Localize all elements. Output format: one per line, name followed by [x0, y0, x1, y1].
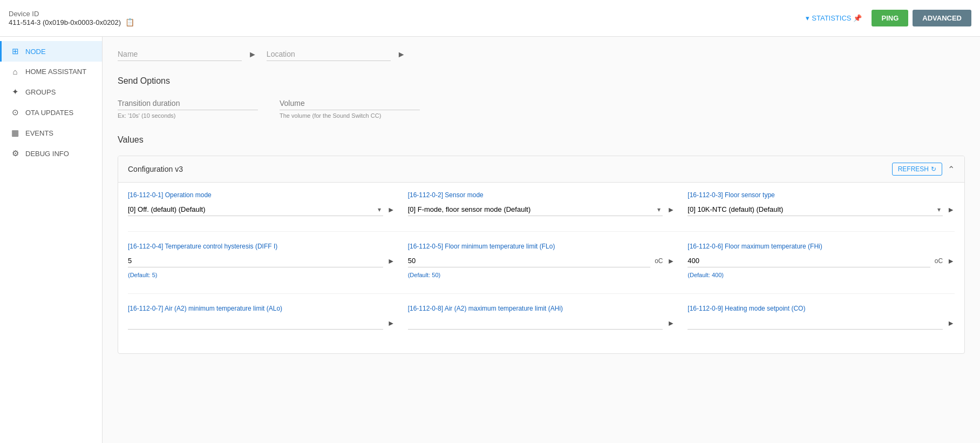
grid-icon: ⊞	[10, 46, 20, 56]
heating-setpoint-input[interactable]	[688, 317, 943, 330]
param-floor-sensor-type: [16-112-0-3] Floor sensor type [0] 10K-N…	[688, 191, 955, 216]
config-card-actions: REFRESH ↻ ⌃	[892, 163, 955, 176]
chevron-down-icon: ▾	[806, 14, 809, 22]
header: Device ID 411-514-3 (0x019b-0x0003-0x020…	[0, 0, 980, 37]
location-input[interactable]	[267, 48, 391, 61]
param-row-1: [16-112-0-1] Operation mode [0] Off. (de…	[128, 191, 955, 216]
param-label-temp-hysteresis: [16-112-0-4] Temperature control hystere…	[128, 243, 395, 250]
param-air-max-temp: [16-112-0-8] Air (A2) maximum temperatur…	[408, 305, 675, 330]
divider-2	[128, 293, 955, 294]
send-options-fields: Ex: '10s' (10 seconds) The volume (for t…	[118, 97, 965, 119]
location-send-button[interactable]: ►	[396, 49, 407, 61]
location-field-group: ►	[267, 48, 407, 61]
sidebar-item-label: OTA UPDATES	[25, 109, 73, 117]
floor-max-temp-send-button[interactable]: ►	[947, 257, 955, 265]
air-min-temp-send-button[interactable]: ►	[387, 319, 395, 327]
sensor-mode-send-button[interactable]: ►	[667, 205, 675, 214]
statistics-button[interactable]: ▾ STATISTICS 📌	[800, 11, 867, 25]
param-sensor-mode: [16-112-0-2] Sensor mode [0] F-mode, flo…	[408, 191, 675, 216]
param-row-3: [16-112-0-7] Air (A2) minimum temperatur…	[128, 305, 955, 330]
operation-mode-send-button[interactable]: ►	[387, 205, 395, 214]
name-send-button[interactable]: ►	[247, 49, 258, 61]
param-temp-hysteresis: [16-112-0-4] Temperature control hystere…	[128, 243, 395, 278]
ota-icon: ⊙	[10, 108, 20, 117]
groups-icon: ✦	[10, 87, 20, 97]
ping-button[interactable]: PING	[872, 10, 908, 26]
config-body: [16-112-0-1] Operation mode [0] Off. (de…	[118, 183, 964, 353]
transition-duration-field: Ex: '10s' (10 seconds)	[118, 97, 258, 119]
sidebar-item-label: EVENTS	[25, 129, 53, 137]
sidebar-item-debug-info[interactable]: ⚙ DEBUG INFO	[0, 143, 102, 164]
param-label-sensor-mode: [16-112-0-2] Sensor mode	[408, 191, 675, 199]
air-max-temp-send-button[interactable]: ►	[667, 319, 675, 327]
header-right: ▾ STATISTICS 📌 PING ADVANCED	[800, 10, 971, 26]
transition-duration-hint: Ex: '10s' (10 seconds)	[118, 112, 258, 119]
param-label-floor-min-temp: [16-112-0-5] Floor minimum temperature l…	[408, 243, 675, 250]
main-content: ► ► Send Options Ex: '10s' (10 seconds) …	[103, 37, 980, 443]
temp-hysteresis-input[interactable]	[128, 254, 383, 267]
debug-icon: ⚙	[10, 149, 20, 158]
floor-min-temp-send-button[interactable]: ►	[667, 257, 675, 265]
advanced-button[interactable]: ADVANCED	[913, 10, 971, 26]
configuration-card: Configuration v3 REFRESH ↻ ⌃	[118, 156, 965, 354]
sidebar-item-label: GROUPS	[25, 88, 56, 96]
sidebar-item-node[interactable]: ⊞ NODE	[0, 41, 102, 62]
floor-max-temp-default: (Default: 400)	[688, 272, 955, 278]
heating-setpoint-send-button[interactable]: ►	[947, 319, 955, 327]
divider-1	[128, 231, 955, 232]
param-air-min-temp: [16-112-0-7] Air (A2) minimum temperatur…	[128, 305, 395, 330]
param-row-2: [16-112-0-4] Temperature control hystere…	[128, 243, 955, 278]
param-control-operation-mode: [0] Off. (default) (Default) [1] On ▾ ►	[128, 203, 395, 216]
layout: ⊞ NODE ⌂ HOME ASSISTANT ✦ GROUPS ⊙ OTA U…	[0, 37, 980, 443]
config-card-header: Configuration v3 REFRESH ↻ ⌃	[118, 156, 964, 183]
sidebar-item-events[interactable]: ▦ EVENTS	[0, 123, 102, 143]
temp-hysteresis-send-button[interactable]: ►	[387, 257, 395, 265]
values-section: Values Configuration v3 REFRESH ↻ ⌃	[118, 135, 965, 354]
sidebar-item-groups[interactable]: ✦ GROUPS	[0, 82, 102, 102]
sensor-mode-select[interactable]: [0] F-mode, floor sensor mode (Default) …	[408, 203, 663, 216]
pin-icon: 📌	[853, 14, 862, 22]
collapse-button[interactable]: ⌃	[948, 164, 955, 174]
volume-input[interactable]	[280, 97, 420, 110]
param-floor-max-temp: [16-112-0-6] Floor maximum temperature (…	[688, 243, 955, 278]
floor-min-temp-default: (Default: 50)	[408, 272, 675, 278]
sidebar-item-ota-updates[interactable]: ⊙ OTA UPDATES	[0, 102, 102, 123]
param-label-floor-sensor-type: [16-112-0-3] Floor sensor type	[688, 191, 955, 199]
param-label-floor-max-temp: [16-112-0-6] Floor maximum temperature (…	[688, 243, 955, 250]
name-field-group: ►	[118, 48, 258, 61]
select-wrapper-operation-mode: [0] Off. (default) (Default) [1] On ▾	[128, 203, 383, 216]
floor-sensor-type-send-button[interactable]: ►	[947, 205, 955, 214]
select-wrapper-sensor-mode: [0] F-mode, floor sensor mode (Default) …	[408, 203, 663, 216]
operation-mode-select[interactable]: [0] Off. (default) (Default) [1] On	[128, 203, 383, 216]
air-min-temp-input[interactable]	[128, 317, 383, 330]
param-control-floor-sensor-type: [0] 10K-NTC (default) (Default) [1] 12K-…	[688, 203, 955, 216]
param-heating-setpoint: [16-112-0-9] Heating mode setpoint (CO) …	[688, 305, 955, 330]
floor-max-temp-unit: oC	[935, 257, 943, 265]
sidebar: ⊞ NODE ⌂ HOME ASSISTANT ✦ GROUPS ⊙ OTA U…	[0, 37, 103, 443]
device-address: 411-514-3 (0x019b-0x0003-0x0202) 📋	[9, 18, 134, 26]
send-options-section: Send Options Ex: '10s' (10 seconds) The …	[118, 76, 965, 119]
name-input[interactable]	[118, 48, 242, 61]
refresh-button[interactable]: REFRESH ↻	[892, 163, 942, 176]
name-location-row: ► ►	[118, 48, 965, 61]
sidebar-item-label: NODE	[25, 48, 46, 56]
floor-sensor-type-select[interactable]: [0] 10K-NTC (default) (Default) [1] 12K-…	[688, 203, 943, 216]
param-control-floor-max-temp: oC ►	[688, 254, 955, 267]
events-icon: ▦	[10, 128, 20, 138]
temp-hysteresis-default: (Default: 5)	[128, 272, 395, 278]
param-label-heating-setpoint: [16-112-0-9] Heating mode setpoint (CO)	[688, 305, 955, 312]
floor-min-temp-input[interactable]	[408, 254, 650, 267]
param-label-operation-mode: [16-112-0-1] Operation mode	[128, 191, 395, 199]
refresh-icon: ↻	[931, 165, 936, 173]
param-operation-mode: [16-112-0-1] Operation mode [0] Off. (de…	[128, 191, 395, 216]
floor-max-temp-input[interactable]	[688, 254, 930, 267]
param-label-air-min-temp: [16-112-0-7] Air (A2) minimum temperatur…	[128, 305, 395, 312]
copy-icon[interactable]: 📋	[125, 18, 134, 26]
transition-duration-input[interactable]	[118, 97, 258, 110]
values-heading: Values	[118, 135, 965, 145]
param-control-floor-min-temp: oC ►	[408, 254, 675, 267]
sidebar-item-home-assistant[interactable]: ⌂ HOME ASSISTANT	[0, 62, 102, 82]
sidebar-item-label: DEBUG INFO	[25, 150, 69, 158]
volume-hint: The volume (for the Sound Switch CC)	[280, 112, 420, 119]
air-max-temp-input[interactable]	[408, 317, 663, 330]
